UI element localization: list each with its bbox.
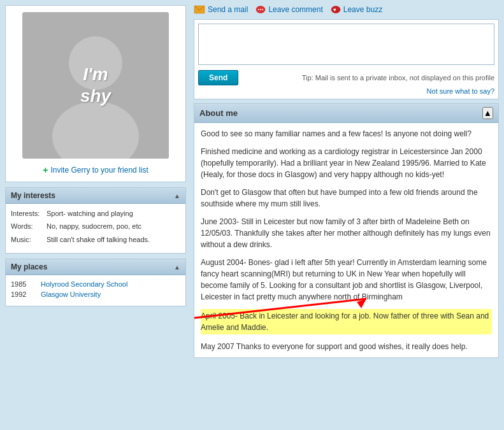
interests-section: My interests ▲ Interests: Sport- watchin… — [5, 187, 186, 254]
about-me-section: About me ▲ Good to see so many familiar … — [194, 103, 499, 358]
profile-photo-box: I'm shy + Invite Gerry to your friend li… — [5, 5, 186, 182]
avatar: I'm shy — [22, 12, 169, 159]
interests-header: My interests ▲ — [6, 188, 185, 204]
right-panel: Send a mail Leave comment ♥ — [191, 0, 504, 430]
about-me-header: About me ▲ — [194, 104, 498, 123]
invite-friend-link[interactable]: + Invite Gerry to your friend list — [43, 165, 148, 175]
shy-text: I'm shy — [80, 64, 111, 106]
left-panel: I'm shy + Invite Gerry to your friend li… — [0, 0, 191, 430]
places-title: My places — [11, 262, 47, 271]
list-item: Interests: Sport- watching and playing — [11, 209, 180, 219]
leave-comment-label: Leave comment — [268, 5, 322, 14]
place-link-glasgow[interactable]: Glasgow University — [41, 290, 101, 298]
mail-icon — [194, 5, 205, 14]
about-para-2: Finished medicine and working as a cardi… — [201, 146, 492, 180]
words-label: Words: — [11, 222, 43, 231]
svg-line-11 — [194, 299, 366, 318]
about-collapse-btn[interactable]: ▲ — [482, 107, 493, 119]
interests-content: Interests: Sport- watching and playing W… — [6, 204, 185, 253]
interests-collapse-btn[interactable]: ▲ — [174, 192, 180, 199]
send-button[interactable]: Send — [198, 70, 238, 85]
annotation-arrow — [188, 292, 392, 324]
not-sure-link[interactable]: Not sure what to say? — [198, 87, 494, 95]
place-link-holyrood[interactable]: Holyrood Secondary School — [41, 280, 127, 288]
tip-text: Tip: Mail is sent to a private inbox, no… — [245, 74, 494, 82]
interests-label: Interests: — [11, 209, 43, 219]
comment-icon — [256, 5, 266, 14]
buzz-icon: ♥ — [331, 5, 341, 14]
compose-area: Send Tip: Mail is sent to a private inbo… — [194, 19, 499, 99]
about-para-4: June 2003- Still in Leicester but now fa… — [201, 216, 492, 250]
list-item: 1992 Glasgow University — [11, 290, 180, 298]
places-section: My places ▲ 1985 Holyrood Secondary Scho… — [5, 259, 186, 306]
music-value: Still can't shake off talking heads. — [47, 235, 150, 245]
invite-label: Invite Gerry to your friend list — [50, 166, 148, 175]
about-para-1: Good to see so many familiar names and a… — [201, 128, 492, 140]
send-mail-label: Send a mail — [208, 5, 248, 14]
svg-point-8 — [262, 9, 263, 10]
send-row: Send Tip: Mail is sent to a private inbo… — [198, 70, 494, 85]
list-item: Words: No, nappy, sudocrem, poo, etc — [11, 222, 180, 231]
svg-point-7 — [260, 9, 261, 10]
compose-textarea[interactable] — [198, 24, 494, 65]
list-item: Music: Still can't shake off talking hea… — [11, 235, 180, 245]
list-item: 1985 Holyrood Secondary School — [11, 280, 180, 288]
interests-title: My interests — [11, 191, 55, 200]
place-year-1985: 1985 — [11, 280, 33, 288]
plus-icon: + — [43, 165, 48, 175]
places-header: My places ▲ — [6, 259, 185, 275]
about-para-7: May 2007 Thanks to everyone for support … — [201, 341, 492, 352]
leave-comment-link[interactable]: Leave comment — [256, 5, 322, 14]
places-content: 1985 Holyrood Secondary School 1992 Glas… — [6, 275, 185, 306]
svg-text:♥: ♥ — [333, 7, 336, 13]
leave-buzz-link[interactable]: ♥ Leave buzz — [331, 5, 382, 14]
about-me-title: About me — [199, 108, 238, 118]
place-year-1992: 1992 — [11, 290, 33, 298]
interests-value: Sport- watching and playing — [47, 209, 133, 219]
svg-point-6 — [258, 9, 259, 10]
about-para-3: Don't get to Glasgow that often but have… — [201, 187, 492, 210]
send-mail-link[interactable]: Send a mail — [194, 5, 248, 14]
music-label: Music: — [11, 235, 43, 245]
words-value: No, nappy, sudocrem, poo, etc — [47, 222, 141, 231]
places-collapse-btn[interactable]: ▲ — [174, 264, 180, 271]
leave-buzz-label: Leave buzz — [343, 5, 382, 14]
action-bar: Send a mail Leave comment ♥ — [194, 3, 499, 19]
